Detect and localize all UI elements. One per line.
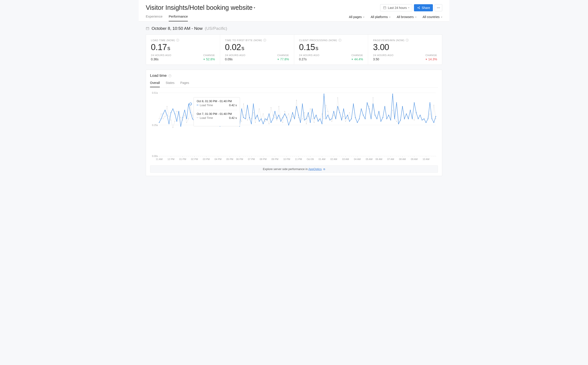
svg-point-429 (353, 104, 354, 104)
svg-rect-0 (384, 7, 386, 9)
svg-point-277 (333, 115, 334, 115)
svg-text:03 AM: 03 AM (342, 158, 349, 161)
svg-text:09 AM: 09 AM (411, 158, 418, 161)
chevron-down-icon: ▾ (415, 16, 416, 18)
svg-point-390 (276, 118, 277, 119)
svg-point-471 (435, 116, 436, 117)
svg-point-411 (318, 121, 318, 121)
svg-point-430 (355, 117, 356, 118)
timezone-text: (US/Pacific) (205, 26, 227, 31)
svg-point-251 (282, 122, 283, 123)
svg-point-393 (282, 117, 283, 118)
svg-point-283 (345, 121, 346, 121)
filter-countries[interactable]: All countries▾ (423, 15, 442, 19)
svg-point-431 (357, 122, 358, 123)
chart-tooltip: Oct 8, 01:30 PM - 01:40 PMLoad Time0.42 … (194, 98, 240, 126)
svg-point-246 (273, 115, 273, 115)
help-icon[interactable]: ? (263, 39, 266, 42)
filter-platforms[interactable]: All platforms▾ (371, 15, 390, 19)
svg-point-461 (416, 112, 416, 113)
svg-point-194 (170, 120, 171, 120)
metric-label: TIME TO FIRST BYTE (NOW) ? (225, 39, 289, 42)
svg-point-282 (343, 116, 344, 117)
svg-point-279 (337, 97, 338, 98)
svg-point-264 (308, 116, 309, 117)
svg-point-413 (322, 123, 322, 124)
svg-point-344 (186, 118, 187, 119)
help-icon[interactable]: ? (168, 74, 171, 77)
metric-card[interactable]: CLIENT PROCESSING (NOW) ? 0.15s 24 HOURS… (294, 35, 368, 64)
svg-line-8 (418, 8, 419, 8)
svg-point-192 (167, 106, 167, 107)
timerange-label: Last 24 hours (388, 6, 407, 10)
svg-point-271 (322, 113, 322, 114)
svg-point-472 (189, 103, 192, 105)
svg-point-443 (381, 121, 381, 121)
svg-text:0.42 s: 0.42 s (229, 104, 237, 107)
svg-point-267 (314, 122, 315, 123)
prev-value: 3.50 (373, 57, 393, 61)
panel-tab-overall[interactable]: Overall (150, 81, 160, 87)
svg-point-284 (347, 118, 348, 119)
svg-point-252 (284, 111, 285, 112)
svg-point-247 (275, 117, 275, 118)
load-time-chart[interactable]: 0.51s0.25s0.00s11 AM12 PM01 PM02 PM03 PM… (150, 91, 438, 163)
metric-card[interactable]: LOAD TIME (NOW) ? 0.17s 24 HOURS AGO 0.3… (146, 35, 220, 64)
svg-text:Load Time: Load Time (200, 104, 213, 107)
svg-point-418 (331, 118, 332, 119)
page-header: Visitor Insights / Hotel booking website… (139, 0, 449, 21)
svg-point-231 (243, 104, 244, 104)
svg-point-416 (328, 115, 328, 115)
svg-point-196 (175, 121, 175, 121)
panel-tab-states[interactable]: States (166, 81, 175, 87)
svg-point-455 (404, 118, 405, 119)
svg-point-245 (271, 107, 271, 108)
metric-card[interactable]: PAGEVIEWS/MIN (NOW) ? 3.00 24 HOURS AGO … (368, 35, 442, 64)
panel-tab-pages[interactable]: Pages (180, 81, 189, 87)
svg-text:05 PM: 05 PM (226, 158, 233, 161)
external-link-icon: ⧉ (323, 168, 325, 170)
more-menu-button[interactable] (435, 4, 442, 11)
chevron-down-icon: ▾ (408, 7, 409, 9)
svg-rect-475 (197, 105, 198, 105)
svg-point-469 (432, 118, 432, 119)
svg-point-237 (255, 122, 255, 123)
arrow-down-icon: ▼ (425, 58, 427, 61)
chevron-down-icon: ▾ (441, 16, 442, 18)
share-button[interactable]: Share (414, 4, 433, 11)
appoptics-link[interactable]: AppOptics (308, 167, 322, 171)
help-icon[interactable]: ? (176, 39, 179, 42)
metric-card[interactable]: TIME TO FIRST BYTE (NOW) ? 0.02s 24 HOUR… (220, 35, 294, 64)
tab-performance[interactable]: Performance (169, 14, 188, 21)
metric-label: CLIENT PROCESSING (NOW) ? (299, 39, 363, 42)
help-icon[interactable]: ? (338, 39, 341, 42)
calendar-icon (146, 27, 149, 30)
svg-point-439 (372, 104, 373, 104)
svg-point-383 (263, 123, 264, 124)
title-prefix: Visitor Insights (146, 4, 188, 11)
svg-point-415 (326, 118, 326, 119)
svg-point-385 (267, 120, 267, 120)
svg-point-328 (434, 105, 434, 105)
filter-pages[interactable]: All pages▾ (349, 15, 364, 19)
date-range-row[interactable]: October 8, 10:50 AM - Now (US/Pacific) (146, 26, 442, 31)
svg-point-230 (241, 121, 242, 121)
help-icon[interactable]: ? (406, 39, 409, 42)
svg-point-466 (426, 122, 426, 123)
metric-label: PAGEVIEWS/MIN (NOW) ? (373, 39, 437, 42)
svg-point-424 (343, 109, 344, 109)
svg-text:0.25s: 0.25s (152, 124, 158, 126)
tab-experience[interactable]: Experience (146, 14, 162, 21)
arrow-down-icon: ▼ (351, 58, 353, 61)
svg-point-382 (261, 118, 261, 119)
svg-point-258 (296, 100, 297, 101)
svg-point-241 (263, 113, 264, 114)
svg-point-378 (253, 104, 254, 104)
filter-browsers[interactable]: All browsers▾ (397, 15, 416, 19)
svg-point-372 (241, 109, 242, 109)
page-title[interactable]: Visitor Insights / Hotel booking website… (146, 4, 255, 11)
load-time-panel: Load time ? Overall States Pages 0.51s0.… (146, 70, 442, 176)
svg-point-262 (304, 112, 305, 113)
timerange-picker[interactable]: Last 24 hours ▾ (380, 4, 412, 11)
svg-point-273 (326, 105, 326, 105)
